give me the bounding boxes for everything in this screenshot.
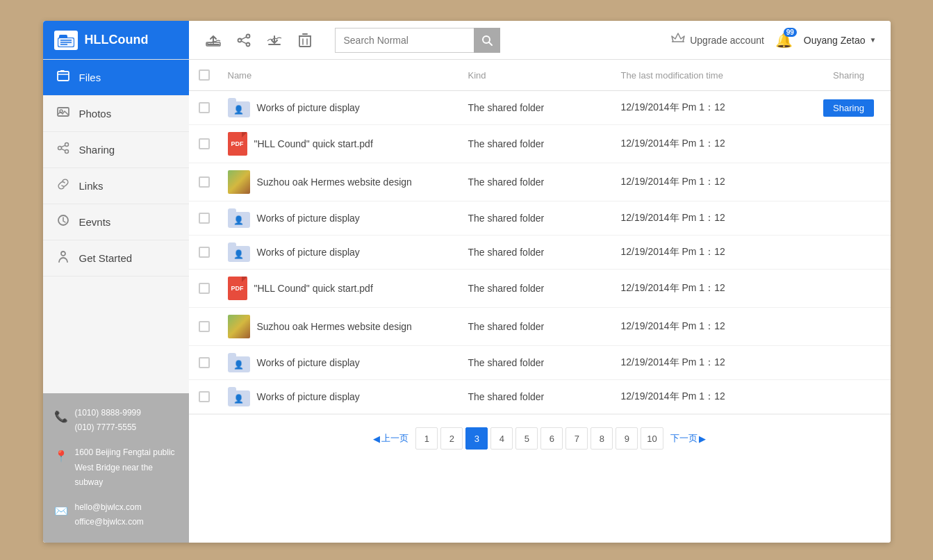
email1: hello@bjwlcx.com (75, 500, 144, 516)
files-icon (57, 69, 69, 85)
row-checkbox[interactable] (199, 247, 210, 258)
file-icon: 👤 (228, 387, 250, 406)
sharing-cell (807, 125, 891, 163)
svg-point-8 (246, 42, 249, 46)
page-button-2[interactable]: 2 (440, 427, 463, 450)
file-icon: 👤 (228, 242, 250, 262)
table-row: 👤 Works of picture displayThe shared fol… (189, 236, 891, 270)
next-label: 下一页 (670, 432, 697, 445)
table-row: 👤 Works of picture displayThe shared fol… (189, 346, 891, 380)
upgrade-account-button[interactable]: Upgrade account (670, 32, 764, 48)
delete-button[interactable] (292, 27, 318, 53)
download-button[interactable] (261, 27, 288, 53)
sidebar-links-label: Links (79, 180, 104, 192)
svg-line-25 (61, 145, 65, 147)
phone-icon: 📞 (54, 407, 68, 427)
file-name: Suzhou oak Hermes website design (257, 176, 412, 188)
user-area[interactable]: Ouyang Zetao ▼ (804, 35, 877, 46)
svg-point-23 (65, 150, 68, 154)
file-modified-cell: 12/19/2014年 Pm 1：12 (613, 270, 807, 308)
file-icon: 👤 (228, 208, 250, 228)
chevron-down-icon: ▼ (870, 36, 877, 44)
toolbar (189, 21, 329, 59)
prev-page-button[interactable]: ◀ 上一页 (369, 432, 413, 445)
file-kind-cell: The shared folder (460, 201, 613, 236)
sidebar-item-files[interactable]: Files (43, 60, 189, 96)
header-right: Upgrade account 🔔 99 Ouyang Zetao ▼ (670, 32, 890, 49)
row-checkbox[interactable] (199, 213, 210, 224)
upgrade-label: Upgrade account (690, 35, 764, 46)
logo-icon (54, 31, 78, 50)
page-button-9[interactable]: 9 (616, 427, 638, 450)
search-button[interactable] (474, 28, 500, 53)
select-all-checkbox[interactable] (199, 69, 210, 81)
file-name: Works of picture display (257, 391, 360, 402)
file-modified-cell: 12/19/2014年 Pm 1：12 (613, 91, 807, 125)
sidebar-address-info: 📍 1600 Beijing Fengtai public West Bridg… (54, 445, 178, 491)
phone1: (1010) 8888-9999 (75, 406, 141, 421)
file-icon: PDF (228, 277, 247, 300)
page-button-3[interactable]: 3 (465, 427, 488, 450)
share-button[interactable] (231, 27, 257, 53)
page-button-8[interactable]: 8 (591, 427, 613, 450)
svg-point-22 (65, 143, 68, 147)
page-button-5[interactable]: 5 (515, 427, 538, 450)
sidebar-info: 📞 (1010) 8888-9999 (010) 7777-5555 📍 160… (43, 393, 189, 543)
row-checkbox-cell (189, 236, 220, 270)
logo-text: HLLCound (85, 33, 149, 47)
svg-line-26 (61, 149, 65, 151)
file-modified-cell: 12/19/2014年 Pm 1：12 (613, 163, 807, 201)
pagination-area: ◀ 上一页 12345678910 下一页 ▶ (189, 414, 891, 462)
svg-point-24 (58, 147, 61, 150)
links-icon (57, 178, 69, 194)
file-icon: 👤 (228, 353, 250, 372)
name-column-header: Name (220, 60, 460, 91)
sharing-badge: Sharing (823, 99, 874, 117)
logo-area: HLLCound (43, 21, 189, 59)
row-checkbox[interactable] (199, 102, 210, 113)
search-input[interactable] (335, 28, 474, 53)
file-name-cell: 👤 Works of picture display (220, 380, 460, 414)
row-checkbox[interactable] (199, 176, 210, 188)
svg-point-7 (246, 34, 249, 38)
row-checkbox[interactable] (199, 391, 210, 402)
upload-button[interactable] (200, 27, 226, 53)
sidebar-item-get-started[interactable]: Get Started (43, 240, 189, 277)
notification-area[interactable]: 🔔 99 (775, 32, 793, 49)
sidebar-item-links[interactable]: Links (43, 168, 189, 204)
sharing-icon (57, 142, 69, 158)
file-kind-cell: The shared folder (460, 308, 613, 346)
svg-rect-19 (58, 72, 69, 81)
sidebar-item-events[interactable]: Eevnts (43, 204, 189, 240)
file-name: Works of picture display (257, 357, 360, 368)
table-row: Suzhou oak Hermes website designThe shar… (189, 308, 891, 346)
file-table: Name Kind The last modification time Sha… (189, 60, 891, 414)
file-name: Works of picture display (257, 247, 360, 258)
page-button-4[interactable]: 4 (490, 427, 513, 450)
sharing-cell (807, 201, 891, 236)
page-button-7[interactable]: 7 (565, 427, 588, 450)
next-page-button[interactable]: 下一页 ▶ (666, 432, 710, 445)
checkbox-header (189, 60, 220, 91)
sidebar-item-photos[interactable]: Photos (43, 96, 189, 132)
file-name-cell: Suzhou oak Hermes website design (220, 308, 460, 346)
row-checkbox[interactable] (199, 283, 210, 294)
row-checkbox[interactable] (199, 138, 210, 149)
table-header-row: Name Kind The last modification time Sha… (189, 60, 891, 91)
sidebar-item-sharing[interactable]: Sharing (43, 132, 189, 168)
file-kind-cell: The shared folder (460, 380, 613, 414)
row-checkbox-cell (189, 163, 220, 201)
page-button-10[interactable]: 10 (641, 427, 663, 450)
content-area: Name Kind The last modification time Sha… (189, 60, 891, 543)
file-name-cell: Suzhou oak Hermes website design (220, 163, 460, 201)
file-name: Suzhou oak Hermes website design (257, 321, 412, 332)
row-checkbox[interactable] (199, 321, 210, 332)
page-button-1[interactable]: 1 (415, 427, 438, 450)
page-button-6[interactable]: 6 (540, 427, 563, 450)
sharing-column-header: Sharing (807, 60, 891, 91)
svg-line-10 (241, 37, 246, 40)
file-tbody: 👤 Works of picture displayThe shared fol… (189, 91, 891, 414)
row-checkbox[interactable] (199, 357, 210, 368)
sidebar-events-label: Eevnts (79, 216, 111, 228)
file-modified-cell: 12/19/2014年 Pm 1：12 (613, 236, 807, 270)
